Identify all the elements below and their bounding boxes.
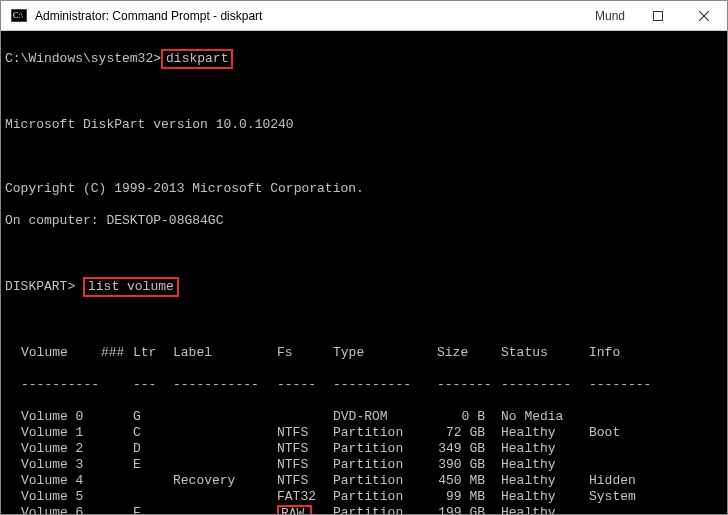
- cmd-list-volume: list volume: [83, 277, 179, 297]
- cmd-icon: C:\: [9, 8, 29, 24]
- console-output[interactable]: C:\Windows\system32>diskpart Microsoft D…: [1, 31, 727, 514]
- titlebar: C:\ Administrator: Command Prompt - disk…: [1, 1, 727, 31]
- table-row: Volume 5FAT32Partition99 MBHealthySystem: [5, 489, 727, 505]
- blank-line: [5, 245, 727, 261]
- table-divider: ----------------------------------------…: [5, 377, 727, 393]
- version-line: Microsoft DiskPart version 10.0.10240: [5, 117, 727, 133]
- table-row: Volume 2DNTFSPartition349 GBHealthy: [5, 441, 727, 457]
- svg-rect-2: [654, 11, 663, 20]
- blank-line: [5, 149, 727, 165]
- maximize-button[interactable]: [635, 1, 681, 30]
- table-row: Volume 4RecoveryNTFSPartition450 MBHealt…: [5, 473, 727, 489]
- table-row: Volume 1CNTFSPartition72 GBHealthyBoot: [5, 425, 727, 441]
- diskpart-prompt: DISKPART>: [5, 279, 83, 294]
- blank-line: [5, 313, 727, 329]
- blank-line: [5, 85, 727, 101]
- fs-raw-highlight: RAW: [277, 505, 312, 514]
- extra-label: Mund: [595, 1, 635, 30]
- computer-line: On computer: DESKTOP-08G84GC: [5, 213, 727, 229]
- close-button[interactable]: [681, 1, 727, 30]
- table-header: Volume###LtrLabelFsTypeSizeStatusInfo: [5, 345, 727, 361]
- prompt-path: C:\Windows\system32>: [5, 51, 161, 66]
- window: C:\ Administrator: Command Prompt - disk…: [0, 0, 728, 515]
- window-title: Administrator: Command Prompt - diskpart: [35, 9, 595, 23]
- cmd-diskpart: diskpart: [161, 49, 233, 69]
- table-row: Volume 6FRAWPartition199 GBHealthy: [5, 505, 727, 514]
- copyright-line: Copyright (C) 1999-2013 Microsoft Corpor…: [5, 181, 727, 197]
- table-row: Volume 0GDVD-ROM0 BNo Media: [5, 409, 727, 425]
- table-row: Volume 3ENTFSPartition390 GBHealthy: [5, 457, 727, 473]
- svg-text:C:\: C:\: [13, 11, 24, 20]
- window-controls: Mund: [595, 1, 727, 30]
